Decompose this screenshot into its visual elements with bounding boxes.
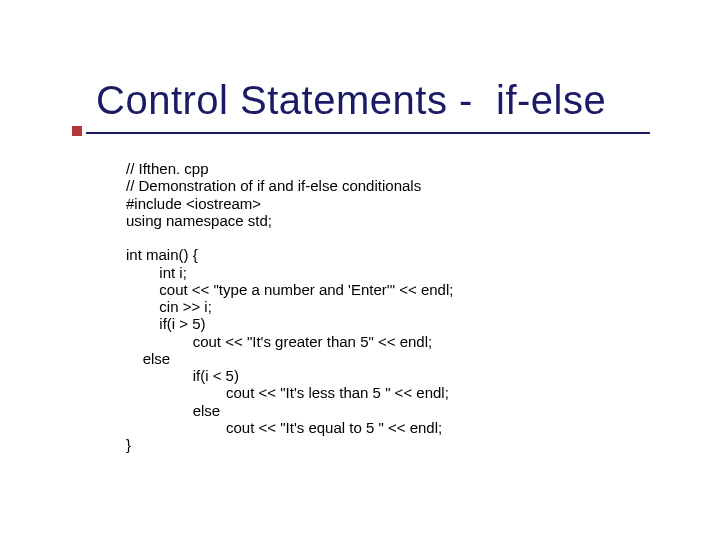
code-block: // Ifthen. cpp // Demonstration of if an… <box>126 160 453 453</box>
accent-bullet-icon <box>72 126 82 136</box>
slide: Control Statements - if-else // Ifthen. … <box>0 0 720 540</box>
slide-title: Control Statements - if-else <box>96 78 606 123</box>
title-underline <box>86 132 650 134</box>
